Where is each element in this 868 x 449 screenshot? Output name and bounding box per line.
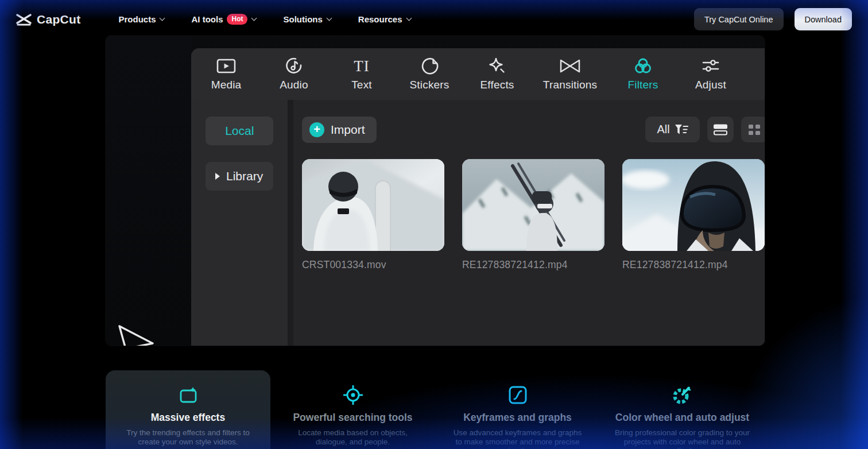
download-button[interactable]: Download xyxy=(795,8,852,30)
feature-title: Powerful searching tools xyxy=(282,412,424,424)
tab-label: Stickers xyxy=(409,79,449,91)
nav-item-solutions[interactable]: Solutions xyxy=(283,14,331,24)
import-button[interactable]: + Import xyxy=(302,117,377,143)
effects-icon xyxy=(487,57,507,75)
tab-filters[interactable]: Filters xyxy=(609,48,677,100)
clip-thumbnail-snowboarder-back xyxy=(302,159,444,251)
nav-item-label: Resources xyxy=(358,14,402,24)
tab-label: Adjust xyxy=(695,79,726,91)
clip-grid: CRST001334.mov xyxy=(302,159,765,271)
hero-left-strip xyxy=(106,36,191,346)
filters-icon xyxy=(633,57,653,75)
import-label: Import xyxy=(331,123,365,137)
chevron-down-icon xyxy=(406,16,412,21)
grid-view-button[interactable] xyxy=(741,117,765,142)
feature-title: Color wheel and auto adjust xyxy=(611,412,753,424)
grid-view-icon xyxy=(747,123,761,136)
chevron-down-icon xyxy=(327,16,332,21)
try-capcut-online-button[interactable]: Try CapCut Online xyxy=(694,8,784,30)
nav-item-ai-tools[interactable]: AI tools Hot xyxy=(191,14,257,25)
feature-title: Keyframes and graphs xyxy=(447,412,588,424)
feature-card-powerful-searching[interactable]: Powerful searching tools Locate media ba… xyxy=(270,370,435,449)
expand-triangle-icon xyxy=(215,173,220,180)
list-view-icon xyxy=(713,123,728,136)
editor-panel: Media Audio TI Text Stickers xyxy=(191,48,765,346)
feature-card-color-wheel[interactable]: Color wheel and auto adjust Bring profes… xyxy=(600,370,765,449)
editor-body: Local Library + Import All xyxy=(191,100,765,346)
adjust-icon xyxy=(701,57,720,75)
chevron-down-icon xyxy=(251,16,257,21)
panel-divider xyxy=(288,100,293,346)
nav-item-products[interactable]: Products xyxy=(118,14,165,24)
nav-item-label: Products xyxy=(118,14,156,24)
clip-item[interactable]: CRST001334.mov xyxy=(302,159,444,271)
sidebar-item-local[interactable]: Local xyxy=(206,117,273,145)
nav-actions: Try CapCut Online Download xyxy=(694,8,852,30)
tab-adjust[interactable]: Adjust xyxy=(677,48,745,100)
massive-effects-icon xyxy=(117,386,259,404)
nav-menu: Products AI tools Hot Solutions Resource… xyxy=(118,14,411,25)
feature-title: Massive effects xyxy=(117,412,259,424)
tab-audio[interactable]: Audio xyxy=(260,48,328,100)
top-navigation: CapCut Products AI tools Hot Solutions R… xyxy=(0,0,868,38)
nav-item-label: AI tools xyxy=(191,14,223,24)
view-controls: All xyxy=(645,117,765,142)
plus-icon: + xyxy=(309,122,324,137)
funnel-filter-icon xyxy=(675,124,688,136)
capcut-logo[interactable]: CapCut xyxy=(16,13,80,26)
clip-filename: RE127838721412.mp4 xyxy=(622,259,765,271)
media-side-panel: Local Library xyxy=(191,100,288,346)
editor-tabbar: Media Audio TI Text Stickers xyxy=(191,48,765,100)
nav-item-label: Solutions xyxy=(283,14,322,24)
filter-all-button[interactable]: All xyxy=(645,117,700,142)
transitions-icon xyxy=(559,57,582,75)
text-icon: TI xyxy=(354,57,369,75)
tab-label: Effects xyxy=(480,79,514,91)
color-wheel-icon xyxy=(611,386,753,404)
tab-effects[interactable]: Effects xyxy=(463,48,531,100)
feature-description: Locate media based on objects, dialogue,… xyxy=(282,428,424,446)
keyframe-curve-icon xyxy=(447,386,588,404)
feature-description: Bring professional color grading to your… xyxy=(611,428,753,449)
feature-card-massive-effects[interactable]: Massive effects Try the trending effects… xyxy=(106,370,270,449)
feature-description: Try the trending effects and filters to … xyxy=(117,428,259,446)
feature-card-keyframes-graphs[interactable]: Keyframes and graphs Use advanced keyfra… xyxy=(435,370,600,449)
clip-thumbnail-skier-closeup xyxy=(622,159,765,251)
tab-transitions[interactable]: Transitions xyxy=(531,48,609,100)
tab-label: Transitions xyxy=(543,79,597,91)
tab-stickers[interactable]: Stickers xyxy=(396,48,463,100)
tab-label: Filters xyxy=(627,79,658,91)
editor-demo-screenshot: Media Audio TI Text Stickers xyxy=(106,36,765,346)
feature-description: Use advanced keyframes and graphs to mak… xyxy=(447,428,588,449)
filter-all-label: All xyxy=(657,123,669,136)
search-target-icon xyxy=(282,386,424,404)
tab-media[interactable]: Media xyxy=(192,48,260,100)
media-content-area: + Import All xyxy=(293,100,765,346)
tab-text[interactable]: TI Text xyxy=(328,48,396,100)
media-icon xyxy=(216,57,237,75)
brand-name: CapCut xyxy=(37,13,80,26)
cursor-pointer-icon xyxy=(115,322,160,346)
clip-item[interactable]: RE127838721412.mp4 xyxy=(462,159,604,271)
tab-label: Audio xyxy=(280,79,308,91)
clip-filename: RE127838721412.mp4 xyxy=(462,259,604,271)
nav-item-resources[interactable]: Resources xyxy=(358,14,412,24)
tab-label: Text xyxy=(351,79,372,91)
audio-icon xyxy=(285,57,303,75)
feature-cards-row: Massive effects Try the trending effects… xyxy=(106,370,765,449)
tab-label: Media xyxy=(211,79,242,91)
capcut-logo-icon xyxy=(16,13,32,26)
clip-item[interactable]: RE127838721412.mp4 xyxy=(622,159,765,271)
sidebar-item-library[interactable]: Library xyxy=(206,162,273,191)
clip-filename: CRST001334.mov xyxy=(302,259,444,271)
sidebar-item-label: Library xyxy=(226,169,263,183)
hot-badge: Hot xyxy=(227,14,247,25)
list-view-button[interactable] xyxy=(707,117,734,142)
chevron-down-icon xyxy=(160,16,165,21)
clip-thumbnail-skier-carrying-skis xyxy=(462,159,604,251)
stickers-icon xyxy=(420,57,439,75)
